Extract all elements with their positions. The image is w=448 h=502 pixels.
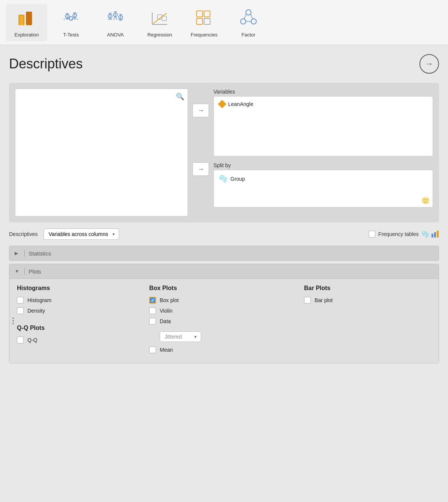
move-variables-button[interactable]: →: [192, 104, 209, 117]
toolbar-item-factor[interactable]: Factor: [228, 4, 269, 41]
statistics-section: ▶ Statistics: [9, 246, 439, 261]
histogram-label: Histogram: [27, 297, 51, 303]
splitby-list[interactable]: 🫧 Group 🙂: [213, 170, 433, 207]
density-label: Density: [27, 308, 45, 314]
svg-point-41: [241, 19, 246, 24]
splitby-panel: Split by 🫧 Group 🙂: [213, 162, 433, 207]
mean-label: Mean: [160, 347, 173, 353]
plots-title: Plots: [29, 268, 41, 275]
variables-list[interactable]: LeanAngle: [213, 96, 433, 156]
anova-icon: [104, 7, 127, 30]
panel-header: Descriptives →: [9, 54, 439, 74]
boxplot-row: Box plot: [149, 297, 292, 304]
svg-rect-46: [431, 234, 433, 237]
ttests-label: T-Tests: [63, 32, 79, 38]
plots-content: Histograms Histogram Density Q-Q Plots: [9, 278, 439, 363]
descriptives-dropdown-label: Descriptives: [9, 231, 38, 237]
main-content: Descriptives → 🔍 → →: [0, 45, 448, 502]
plots-divider: [24, 268, 25, 275]
toolbar-item-ttests[interactable]: T-Tests: [50, 4, 92, 41]
violin-label: Violin: [160, 308, 173, 314]
descriptives-select[interactable]: Variables across columns Variables acros…: [44, 228, 119, 240]
descriptives-controls-row: Descriptives Variables across columns Va…: [9, 228, 439, 240]
svg-rect-48: [437, 231, 439, 237]
histogram-row: Histogram: [17, 297, 137, 304]
exploration-label: Exploration: [14, 32, 39, 38]
continuous-icon: [218, 100, 227, 109]
splitby-label: Split by: [213, 162, 433, 168]
leanangle-item: LeanAngle: [217, 100, 430, 109]
histograms-title: Histograms: [17, 285, 137, 292]
frequencies-label: Frequencies: [191, 32, 218, 38]
dot3: [12, 323, 14, 324]
run-button[interactable]: →: [419, 54, 439, 74]
boxplot-checkbox[interactable]: [149, 297, 156, 304]
svg-point-40: [246, 10, 251, 15]
box-plots-column: Box Plots Box plot Violin: [149, 285, 292, 357]
mean-checkbox[interactable]: [149, 346, 156, 353]
svg-rect-38: [197, 18, 203, 24]
data-checkbox[interactable]: [149, 318, 156, 325]
svg-point-42: [251, 19, 256, 24]
qq-plots-title: Q-Q Plots: [17, 325, 137, 331]
variables-label: Variables: [213, 89, 433, 95]
panel-title: Descriptives: [9, 56, 83, 72]
density-row: Density: [17, 307, 137, 314]
drag-handle[interactable]: [12, 318, 14, 324]
dot1: [12, 318, 14, 319]
barplot-row: Bar plot: [304, 297, 417, 304]
toolbar-item-frequencies[interactable]: Frequencies: [183, 4, 225, 41]
bar-plots-column: Bar Plots Bar plot: [304, 285, 417, 357]
histograms-column: Histograms Histogram Density Q-Q Plots: [17, 285, 137, 357]
statistics-header[interactable]: ▶ Statistics: [9, 246, 439, 260]
box-plots-title: Box Plots: [149, 285, 292, 292]
svg-line-43: [244, 14, 246, 19]
jittered-select[interactable]: Jittered Beeswarm None: [160, 331, 201, 342]
freq-tables-row: Frequency tables 🫧: [369, 230, 439, 238]
regression-label: Regression: [147, 32, 172, 38]
statistics-title: Statistics: [29, 250, 51, 257]
svg-rect-2: [20, 16, 23, 25]
data-label: Data: [160, 318, 171, 324]
data-row: Data: [149, 318, 292, 325]
qq-checkbox[interactable]: [17, 337, 24, 343]
svg-line-44: [251, 14, 253, 19]
violin-row: Violin: [149, 307, 292, 314]
group-icon-bottom: 🙂: [421, 197, 430, 205]
toolbar-item-anova[interactable]: ANOVA: [95, 4, 136, 41]
bar-plots-title: Bar Plots: [304, 285, 417, 292]
statistics-divider: [24, 250, 25, 257]
search-icon[interactable]: 🔍: [176, 92, 184, 101]
freq-icons: 🫧: [422, 230, 439, 238]
toolbar-item-regression[interactable]: Regression: [139, 4, 180, 41]
freq-tables-checkbox[interactable]: [369, 231, 375, 237]
source-list-container: 🔍: [15, 89, 188, 216]
svg-point-5: [69, 17, 73, 20]
group-label: Group: [230, 176, 245, 182]
source-list[interactable]: [15, 89, 188, 216]
anova-label: ANOVA: [107, 32, 124, 38]
violin-checkbox[interactable]: [149, 307, 156, 314]
boxplot-label: Box plot: [160, 297, 179, 303]
toolbar-item-exploration[interactable]: Exploration: [6, 4, 47, 41]
exploration-icon: [15, 7, 38, 30]
mean-row: Mean: [149, 346, 292, 353]
svg-rect-36: [197, 11, 203, 17]
target-panels: Variables LeanAngle Split by 🫧: [213, 89, 433, 207]
ttests-icon: [60, 7, 82, 30]
density-checkbox[interactable]: [17, 307, 24, 314]
plots-header[interactable]: ▼ Plots: [9, 264, 439, 278]
group-icon: 🫧: [219, 175, 227, 183]
group-item: 🫧 Group: [217, 173, 430, 184]
group-freq-icon: 🫧: [422, 231, 429, 238]
histogram-checkbox[interactable]: [17, 297, 24, 304]
move-splitby-button[interactable]: →: [192, 162, 209, 176]
plots-section: ▼ Plots Histograms: [9, 264, 439, 363]
descriptives-select-wrapper: Variables across columns Variables acros…: [44, 228, 119, 240]
arrow-buttons: → →: [192, 89, 209, 176]
barplot-checkbox[interactable]: [304, 297, 311, 304]
qq-row: Q-Q: [17, 337, 137, 343]
factor-icon: [237, 7, 260, 30]
svg-rect-32: [162, 16, 166, 21]
freq-tables-label: Frequency tables: [378, 231, 419, 237]
